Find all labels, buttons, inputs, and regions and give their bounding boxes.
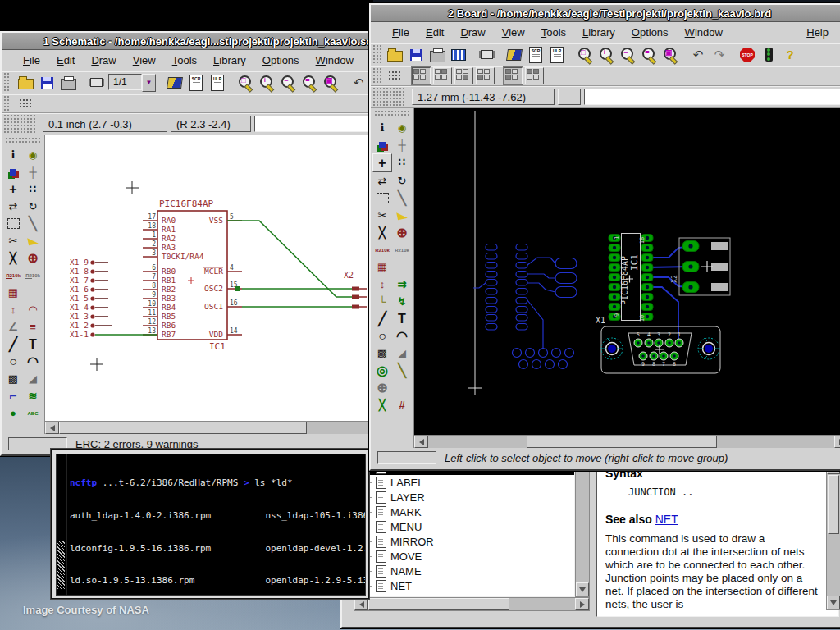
help-command-tree[interactable]: JUNCTION LABEL LAYER MARK MENU MIRROR MO… [354, 459, 575, 597]
wire-tool[interactable]: ╱ [372, 310, 392, 327]
palette-handle[interactable] [374, 110, 410, 117]
scroll-left-arrow[interactable] [414, 436, 428, 448]
zoom-select-button[interactable]: ▣ [321, 74, 340, 92]
mark-tool[interactable]: ┼ [23, 163, 43, 180]
sheet-selector[interactable]: 1/1 ▼ [108, 74, 156, 92]
library-button[interactable] [504, 46, 524, 64]
tree-item[interactable]: NAME [354, 564, 574, 578]
pinswap-tool[interactable]: R210k [3, 267, 23, 284]
open-button[interactable] [385, 46, 404, 64]
paste-tool[interactable] [23, 232, 43, 249]
chevron-down-icon[interactable]: ▼ [142, 74, 156, 92]
add-tool[interactable]: ⊕ [23, 249, 43, 267]
layer-set-5-button[interactable] [504, 67, 523, 84]
label-tool[interactable]: ABC [23, 404, 43, 422]
ulp-button[interactable]: ULP [208, 74, 227, 92]
layer-set-6-button[interactable] [525, 67, 544, 84]
menu-help[interactable]: Help [798, 24, 837, 41]
ulp-button[interactable]: ULP [547, 46, 567, 64]
show-tool[interactable]: ◉ [23, 146, 43, 163]
pinswap-tool[interactable]: R210k [372, 241, 392, 258]
terminal-scrollbar[interactable] [57, 454, 67, 595]
library-button[interactable] [165, 74, 185, 92]
menu-options[interactable]: Options [254, 52, 308, 69]
zoom-select-button[interactable]: ▣ [660, 46, 680, 64]
gateswap-tool[interactable]: ▦ [3, 284, 23, 301]
menu-view[interactable]: View [494, 24, 533, 41]
scrollbar-thumb[interactable] [527, 436, 717, 448]
arc-tool[interactable]: ◠ [392, 327, 412, 345]
board-canvas[interactable]: PIC16F84AP IC1 1 18 9 10 [414, 108, 840, 435]
zoom-in-button[interactable]: + [596, 46, 616, 64]
scroll-down-arrow[interactable] [827, 596, 840, 609]
tree-item[interactable]: MARK [354, 504, 574, 519]
toolbar-handle[interactable] [3, 95, 11, 112]
zoom-out-button[interactable]: − [618, 46, 637, 64]
invoke-tool[interactable]: ≡ [23, 318, 43, 336]
layer-set-2-button[interactable] [433, 67, 452, 84]
print-button[interactable] [427, 46, 447, 64]
miter-tool[interactable]: ◠ [23, 301, 43, 318]
cut-tool[interactable]: ✂ [3, 232, 23, 249]
scroll-right-arrow[interactable] [575, 598, 589, 610]
tree-item[interactable]: MIRROR [354, 534, 574, 549]
info-tool[interactable]: i [372, 119, 392, 136]
display-tool[interactable] [372, 136, 392, 153]
scrollbar-thumb[interactable] [368, 598, 509, 610]
info-tool[interactable]: i [3, 146, 23, 163]
scrollbar-thumb[interactable] [57, 541, 65, 589]
text-tool[interactable]: T [23, 336, 43, 353]
tree-item[interactable]: LAYER [354, 490, 574, 504]
save-button[interactable] [406, 46, 426, 64]
palette-handle[interactable] [5, 137, 41, 144]
schematic-canvas[interactable]: PIC16F84AP IC1 17 18 1 2 3 6 [45, 135, 420, 421]
replace-tool[interactable]: R210k [23, 267, 43, 284]
board-hscrollbar[interactable] [414, 435, 840, 448]
hole-tool[interactable]: ⊕ [372, 379, 392, 396]
mark-tool[interactable]: ┼ [392, 136, 412, 153]
menu-edit[interactable]: Edit [48, 52, 83, 69]
toolbar-handle[interactable] [3, 72, 11, 93]
help-button[interactable]: ? [780, 46, 800, 64]
show-tool[interactable]: ◉ [392, 119, 412, 136]
board-switch-button[interactable] [86, 74, 106, 92]
content-scrollbar-vertical[interactable] [826, 459, 840, 610]
text-tool[interactable]: T [392, 310, 412, 327]
menu-library[interactable]: Library [574, 24, 623, 41]
circle-tool[interactable]: ○ [372, 327, 392, 345]
zoom-redraw-button[interactable]: = [639, 46, 659, 64]
mirror-tool[interactable]: ⇄ [3, 198, 23, 215]
redo-button[interactable]: ↷ [710, 46, 729, 64]
signal-tool[interactable]: ╲ [392, 362, 412, 379]
net-tool[interactable]: ≋ [23, 387, 43, 404]
schematic-hscrollbar[interactable] [45, 421, 420, 434]
command-input[interactable] [584, 89, 840, 105]
smash-tool[interactable]: ↕ [3, 301, 23, 318]
ratsnest-tool[interactable]: ╳ [372, 396, 392, 413]
tree-item[interactable]: NET [354, 578, 574, 593]
optimize-tool[interactable]: ⇉ [392, 276, 412, 293]
rect-tool[interactable]: ▩ [3, 370, 23, 387]
paste-tool[interactable] [392, 207, 412, 224]
scrollbar-thumb[interactable] [828, 475, 839, 534]
layer-set-1-button[interactable] [412, 67, 431, 84]
menu-edit[interactable]: Edit [418, 24, 452, 41]
polygon-tool[interactable]: ◢ [392, 345, 412, 362]
smash-tool[interactable]: ↕ [372, 276, 392, 293]
move-tool-selected[interactable]: + [372, 153, 392, 172]
rotate-tool[interactable]: ↻ [392, 172, 412, 189]
auto-router-tool[interactable]: # [392, 396, 412, 413]
open-button[interactable] [16, 74, 35, 92]
zoom-out-button[interactable]: − [278, 74, 298, 92]
move-tool[interactable]: + [3, 180, 23, 198]
delete-tool[interactable]: ╳ [372, 224, 392, 241]
ripup-tool[interactable]: ↯ [392, 293, 412, 310]
menu-draw[interactable]: Draw [83, 52, 124, 69]
tree-item[interactable]: LABEL [354, 475, 574, 490]
via-tool[interactable]: ◎ [372, 362, 392, 379]
script-button[interactable]: SCR [186, 74, 206, 92]
tree-item[interactable]: MENU [354, 519, 574, 534]
schematic-titlebar[interactable]: 1 Schematic - /home/henkka/eagl...stipro… [2, 33, 420, 50]
menu-window[interactable]: Window [677, 24, 731, 41]
scroll-right-arrow[interactable] [834, 436, 840, 448]
